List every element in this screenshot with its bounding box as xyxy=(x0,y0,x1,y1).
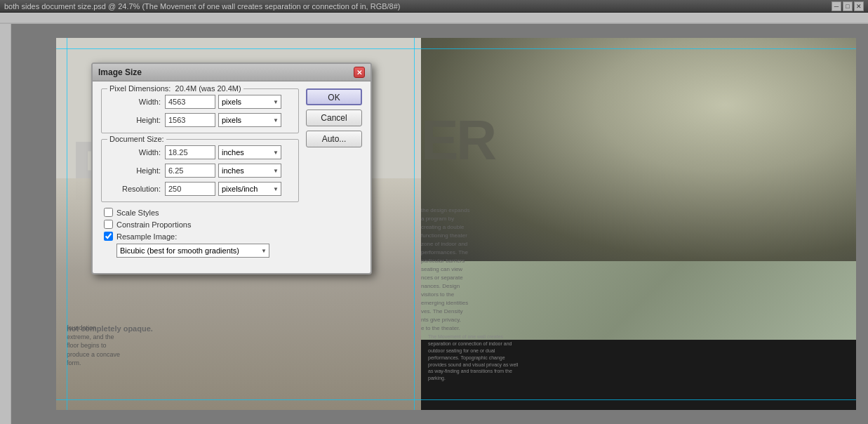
doc-height-unit-wrapper: inches cm mm points picas xyxy=(218,164,281,178)
pixel-height-row: Height: pixels percent xyxy=(109,113,291,127)
pixel-height-input[interactable] xyxy=(165,113,215,127)
right-small-text: the design expands a program by creating… xyxy=(421,206,575,333)
resolution-row: Resolution: pixels/inch pixels/cm xyxy=(109,182,291,196)
pixel-width-row: Width: pixels percent xyxy=(109,95,291,109)
er-text: ER xyxy=(421,108,495,173)
resolution-unit-wrapper: pixels/inch pixels/cm xyxy=(218,182,281,196)
pixel-dimensions-label: Pixel Dimensions: 20.4M (was 20.4M) xyxy=(107,84,243,93)
document-size-label: Document Size: xyxy=(107,135,166,143)
resolution-input[interactable] xyxy=(165,182,215,196)
doc-height-input[interactable] xyxy=(165,164,215,178)
resolution-label: Resolution: xyxy=(109,185,165,193)
doc-width-input[interactable] xyxy=(165,145,215,159)
pixel-height-unit-select[interactable]: pixels percent xyxy=(218,113,281,127)
dialog-body: Pixel Dimensions: 20.4M (was 20.4M) Widt… xyxy=(93,81,370,265)
guide-h-2 xyxy=(56,399,856,400)
doc-height-unit-select[interactable]: inches cm mm points picas xyxy=(218,164,281,178)
resample-method-select[interactable]: Bicubic (best for smooth gradients) Near… xyxy=(116,244,269,258)
ruler-top-svg: // handled inline below xyxy=(0,13,868,24)
left-panel-text: foundation extreme, and the floor begins… xyxy=(67,324,361,368)
maximize-button[interactable]: □ xyxy=(843,1,853,11)
scale-styles-label: Scale Styles xyxy=(116,208,159,217)
svg-rect-0 xyxy=(0,13,868,24)
canvas-area: P not completely opaque. foundation extr… xyxy=(0,24,868,424)
document-size-group: Document Size: Width: inches cm mm point… xyxy=(101,139,299,202)
doc-height-row: Height: inches cm mm points picas xyxy=(109,164,291,178)
dialog-close-button[interactable]: ✕ xyxy=(354,67,365,78)
constrain-proportions-row: Constrain Proportions xyxy=(101,220,299,229)
constrain-proportions-checkbox[interactable] xyxy=(104,220,113,229)
image-size-dialog: Image Size ✕ Pixel Dimensions: 20.4M (wa… xyxy=(91,62,372,274)
ruler-left xyxy=(0,24,11,424)
pixel-width-input[interactable] xyxy=(165,95,215,109)
window-title: both sides document size.psd @ 24.7% (Th… xyxy=(4,2,830,11)
guide-v-2 xyxy=(414,38,415,410)
pixel-dimensions-value: 20.4M (was 20.4M) xyxy=(175,84,241,93)
doc-width-unit-select[interactable]: inches cm mm points picas xyxy=(218,145,281,159)
auto-button[interactable]: Auto... xyxy=(306,131,362,147)
pixel-height-label: Height: xyxy=(109,116,165,124)
scale-styles-row: Scale Styles xyxy=(101,208,299,217)
constrain-proportions-label: Constrain Proportions xyxy=(116,220,191,229)
pixel-width-unit-wrapper: pixels percent xyxy=(218,95,281,109)
minimize-button[interactable]: ─ xyxy=(832,1,841,11)
doc-width-label: Width: xyxy=(109,148,165,157)
cancel-button[interactable]: Cancel xyxy=(306,110,362,126)
doc-height-label: Height: xyxy=(109,166,165,175)
pixel-dimensions-group: Pixel Dimensions: 20.4M (was 20.4M) Widt… xyxy=(101,88,299,133)
resolution-unit-select[interactable]: pixels/inch pixels/cm xyxy=(218,182,281,196)
doc-width-row: Width: inches cm mm points picas xyxy=(109,145,291,159)
resample-row: Resample Image: xyxy=(101,232,299,241)
resample-checkbox[interactable] xyxy=(104,232,113,241)
close-button[interactable]: ✕ xyxy=(854,1,864,11)
guide-h-1 xyxy=(56,48,856,49)
diagram-text: The Movement of one wall creates separat… xyxy=(428,333,568,382)
pixel-width-unit-select[interactable]: pixels percent xyxy=(218,95,281,109)
resample-method-row: Bicubic (best for smooth gradients) Near… xyxy=(101,244,299,258)
scale-styles-checkbox[interactable] xyxy=(104,208,113,217)
resample-method-wrapper: Bicubic (best for smooth gradients) Near… xyxy=(116,244,269,258)
dialog-buttons: OK Cancel Auto... xyxy=(306,88,362,258)
dialog-titlebar: Image Size ✕ xyxy=(93,64,370,81)
guide-v-1 xyxy=(67,38,67,410)
pixel-height-unit-wrapper: pixels percent xyxy=(218,113,281,127)
dialog-title: Image Size xyxy=(98,67,142,77)
title-bar: both sides document size.psd @ 24.7% (Th… xyxy=(0,0,868,13)
pixel-width-label: Width: xyxy=(109,98,165,106)
dialog-form: Pixel Dimensions: 20.4M (was 20.4M) Widt… xyxy=(101,88,299,258)
doc-right-panel: ER the design expands a program by creat… xyxy=(421,38,856,410)
doc-width-unit-wrapper: inches cm mm points picas xyxy=(218,145,281,159)
resample-label: Resample Image: xyxy=(116,232,177,241)
ruler-top: // handled inline below xyxy=(0,13,868,24)
ok-button[interactable]: OK xyxy=(306,88,362,105)
